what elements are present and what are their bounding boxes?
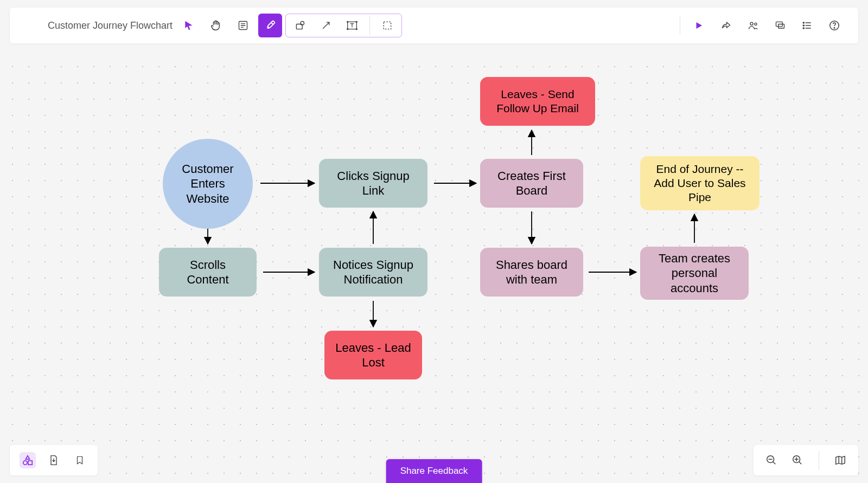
- zoom-in-icon: [792, 454, 803, 466]
- shapes-panel-button[interactable]: [20, 452, 36, 468]
- arrow-tool[interactable]: [314, 15, 338, 36]
- svg-point-15: [803, 28, 804, 29]
- shapes-icon: [22, 454, 34, 466]
- note-icon: [238, 20, 248, 31]
- collaborators-button[interactable]: [741, 14, 765, 37]
- zoom-divider: [819, 451, 819, 469]
- svg-point-13: [803, 22, 804, 23]
- toolbar-divider-right: [680, 16, 680, 35]
- doc-title[interactable]: Customer Journey Flowchart: [48, 20, 173, 31]
- svg-point-18: [23, 461, 27, 465]
- node-label: Shares board with team: [490, 257, 573, 287]
- tool-group-right: [676, 14, 846, 37]
- node-label: Team creates personal accounts: [650, 251, 739, 296]
- comments-icon: [774, 20, 786, 31]
- shape-icon: [295, 20, 305, 31]
- note-tool[interactable]: [231, 14, 255, 37]
- share-arrow-icon: [720, 20, 732, 31]
- node-label: Creates First Board: [490, 169, 573, 198]
- bottom-right-panel: [754, 445, 858, 475]
- svg-point-5: [356, 21, 357, 22]
- svg-rect-19: [28, 461, 32, 465]
- canvas[interactable]: Customer Enters Website Scrolls Content …: [0, 54, 868, 483]
- zoom-in-button[interactable]: [789, 452, 806, 468]
- text-frame-icon: [346, 20, 358, 31]
- node-scrolls[interactable]: Scrolls Content: [159, 248, 257, 297]
- svg-point-6: [347, 29, 348, 30]
- node-label: Notices Signup Notification: [329, 257, 418, 287]
- node-label: Leaves - Lead Lost: [334, 340, 412, 370]
- shape-subtool-group: [285, 14, 402, 37]
- help-button[interactable]: [822, 14, 846, 37]
- hand-icon: [210, 20, 222, 31]
- play-button[interactable]: [687, 14, 711, 37]
- node-label: Leaves - Send Follow Up Email: [490, 87, 585, 116]
- cursor-icon: [183, 20, 194, 31]
- wrench-icon: [264, 20, 276, 31]
- share-button[interactable]: [714, 14, 738, 37]
- share-feedback-button[interactable]: Share Feedback: [386, 459, 482, 483]
- outline-button[interactable]: [795, 14, 819, 37]
- node-end[interactable]: End of Journey -- Add User to Sales Pipe: [640, 156, 760, 210]
- marquee-tool[interactable]: [375, 15, 399, 36]
- build-tool[interactable]: [258, 14, 282, 37]
- node-leaves-lost[interactable]: Leaves - Lead Lost: [324, 331, 422, 379]
- svg-point-10: [755, 23, 757, 25]
- text-tool[interactable]: [340, 15, 364, 36]
- svg-point-7: [356, 29, 357, 30]
- import-button[interactable]: [46, 452, 62, 468]
- help-icon: [828, 20, 840, 31]
- svg-point-4: [347, 21, 348, 22]
- subtool-divider: [369, 16, 370, 35]
- marquee-icon: [382, 20, 393, 31]
- node-leaves-email[interactable]: Leaves - Send Follow Up Email: [480, 77, 595, 126]
- comments-button[interactable]: [768, 14, 792, 37]
- bookmark-icon: [75, 454, 85, 466]
- play-icon: [694, 21, 704, 30]
- map-icon: [834, 454, 846, 466]
- node-team[interactable]: Team creates personal accounts: [640, 247, 749, 300]
- list-icon: [802, 20, 813, 31]
- node-label: Scrolls Content: [169, 257, 247, 287]
- node-creates[interactable]: Creates First Board: [480, 159, 583, 208]
- minimap-button[interactable]: [832, 452, 848, 468]
- node-notices[interactable]: Notices Signup Notification: [319, 248, 427, 297]
- node-label: Customer Enters Website: [173, 162, 243, 207]
- svg-point-14: [803, 25, 804, 26]
- node-label: Clicks Signup Link: [329, 169, 418, 198]
- node-clicks[interactable]: Clicks Signup Link: [319, 159, 427, 208]
- shape-tool[interactable]: [288, 15, 312, 36]
- zoom-out-button[interactable]: [763, 452, 780, 468]
- node-shares[interactable]: Shares board with team: [480, 248, 583, 297]
- bottom-left-panel: [10, 445, 98, 475]
- select-tool[interactable]: [177, 14, 201, 37]
- tool-group-main: [177, 14, 402, 37]
- zoom-out-icon: [765, 454, 777, 466]
- people-icon: [746, 20, 760, 31]
- file-down-icon: [48, 454, 59, 466]
- feedback-label: Share Feedback: [400, 466, 468, 476]
- svg-point-17: [834, 28, 834, 28]
- pan-tool[interactable]: [204, 14, 228, 37]
- node-enter[interactable]: Customer Enters Website: [163, 139, 253, 229]
- svg-point-9: [750, 22, 753, 25]
- top-toolbar: Customer Journey Flowchart: [10, 8, 858, 43]
- bookmark-button[interactable]: [72, 452, 88, 468]
- svg-rect-8: [384, 22, 391, 29]
- node-label: End of Journey -- Add User to Sales Pipe: [650, 162, 750, 205]
- arrow-icon: [321, 20, 331, 31]
